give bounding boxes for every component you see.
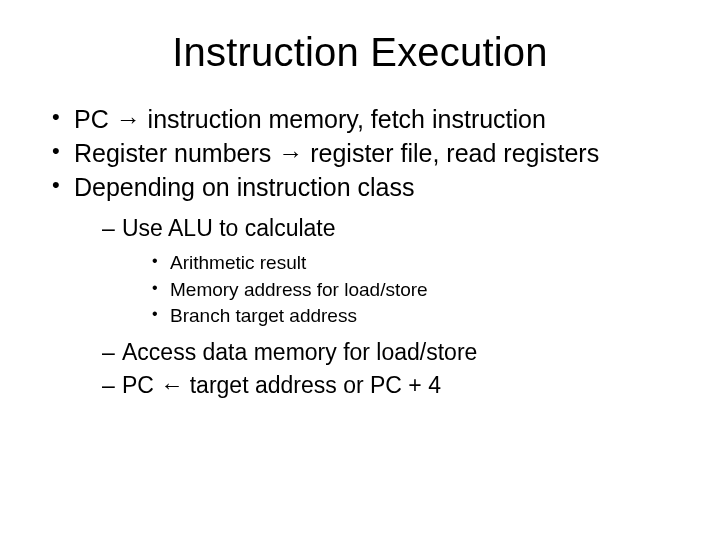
bullet-item: Use ALU to calculate Arithmetic result M… bbox=[102, 213, 680, 329]
bullet-text: PC ← target address or PC + 4 bbox=[122, 372, 441, 398]
bullet-list-level3: Arithmetic result Memory address for loa… bbox=[122, 250, 680, 329]
slide-title: Instruction Execution bbox=[40, 30, 680, 75]
bullet-text: Use ALU to calculate bbox=[122, 215, 336, 241]
bullet-item: PC → instruction memory, fetch instructi… bbox=[52, 103, 680, 135]
bullet-text: Depending on instruction class bbox=[74, 173, 414, 201]
bullet-item: Access data memory for load/store bbox=[102, 337, 680, 368]
bullet-text: Memory address for load/store bbox=[170, 279, 428, 300]
bullet-text: Access data memory for load/store bbox=[122, 339, 477, 365]
bullet-text: Branch target address bbox=[170, 305, 357, 326]
bullet-item: Depending on instruction class Use ALU t… bbox=[52, 171, 680, 401]
bullet-item: Arithmetic result bbox=[152, 250, 680, 276]
bullet-item: PC ← target address or PC + 4 bbox=[102, 370, 680, 401]
bullet-item: Memory address for load/store bbox=[152, 277, 680, 303]
bullet-text: PC → instruction memory, fetch instructi… bbox=[74, 105, 546, 133]
bullet-list-level2: Use ALU to calculate Arithmetic result M… bbox=[74, 213, 680, 401]
bullet-list-level1: PC → instruction memory, fetch instructi… bbox=[40, 103, 680, 401]
bullet-text: Register numbers → register file, read r… bbox=[74, 139, 599, 167]
slide: Instruction Execution PC → instruction m… bbox=[0, 0, 720, 540]
bullet-text: Arithmetic result bbox=[170, 252, 306, 273]
bullet-item: Register numbers → register file, read r… bbox=[52, 137, 680, 169]
bullet-item: Branch target address bbox=[152, 303, 680, 329]
